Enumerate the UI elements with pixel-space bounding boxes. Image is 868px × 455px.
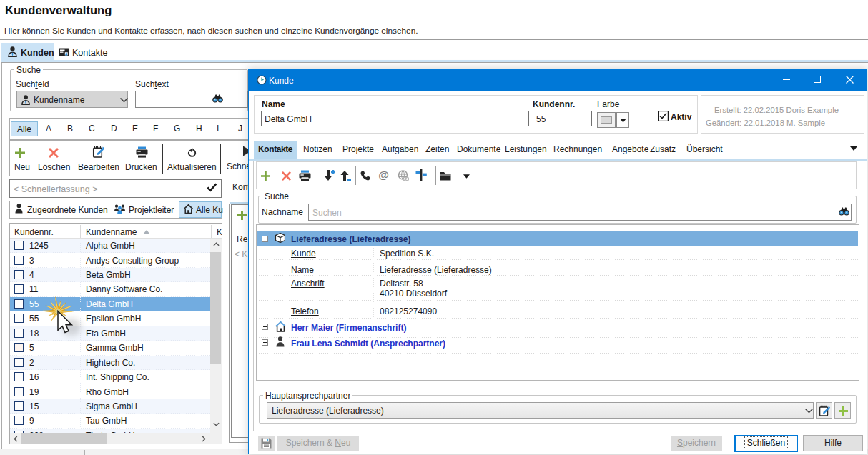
svg-text:@: @ [378,170,389,181]
